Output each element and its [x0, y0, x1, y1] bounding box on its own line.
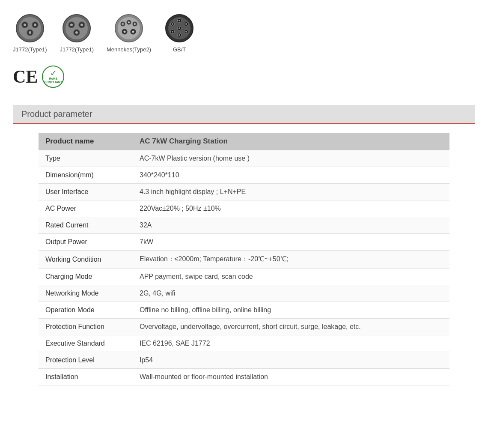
table-row: InstallationWall-mounted or floor-mounte…	[39, 369, 449, 385]
svg-point-39	[185, 31, 187, 33]
row-label: Charging Mode	[39, 269, 133, 285]
param-table: Product name AC 7kW Charging Station Typ…	[39, 133, 449, 385]
svg-point-12	[70, 24, 73, 26]
table-header-row: Product name AC 7kW Charging Station	[39, 133, 449, 150]
svg-point-26	[124, 31, 126, 33]
table-row: Rated Current32A	[39, 217, 449, 234]
row-label: Working Condition	[39, 251, 133, 269]
cert-section: CE ✓ RoHSCOMPLIANT	[13, 66, 475, 88]
table-row: Charging ModeAPP payment, swipe card, sc…	[39, 269, 449, 285]
ce-badge: CE	[13, 68, 38, 86]
row-value: APP payment, swipe card, scan code	[133, 269, 449, 285]
row-value: 32A	[133, 217, 449, 234]
section-header: Product parameter	[13, 105, 475, 124]
svg-point-41	[172, 31, 173, 33]
row-value: IEC 62196, SAE J1772	[133, 335, 449, 352]
svg-point-40	[179, 34, 180, 36]
table-row: Protection FunctionOvervoltage, undervol…	[39, 319, 449, 335]
row-value: 7kW	[133, 234, 449, 251]
svg-point-24	[128, 21, 130, 23]
table-row: Output Power7kW	[39, 234, 449, 251]
row-label: Installation	[39, 369, 133, 385]
row-label: Rated Current	[39, 217, 133, 234]
svg-point-1	[19, 17, 41, 39]
row-value: AC-7kW Plastic version (home use )	[133, 150, 449, 167]
j1772-type1-a-icon	[15, 13, 45, 44]
row-value: 4.3 inch highlight display ; L+N+PE	[133, 184, 449, 200]
gbt-icon	[164, 13, 195, 44]
rohs-check-icon: ✓	[50, 69, 57, 77]
row-label: Protection Function	[39, 319, 133, 335]
row-value: 340*240*110	[133, 167, 449, 184]
table-row: Protection LevelIp54	[39, 352, 449, 369]
svg-point-7	[29, 31, 31, 34]
row-label: Operation Mode	[39, 302, 133, 319]
svg-point-38	[185, 23, 187, 25]
connector-gbt: GB/T	[164, 13, 195, 53]
table-row: Working ConditionElevation：≤2000m; Tempe…	[39, 251, 449, 269]
svg-point-27	[132, 31, 134, 33]
table-row: Executive StandardIEC 62196, SAE J1772	[39, 335, 449, 352]
svg-point-37	[179, 20, 180, 21]
row-value: Overvoltage, undervoltage, overcurrent, …	[133, 319, 449, 335]
table-row: TypeAC-7kW Plastic version (home use )	[39, 150, 449, 167]
rohs-badge: ✓ RoHSCOMPLIANT	[42, 66, 64, 88]
row-value: 220Vac±20% ; 50Hz ±10%	[133, 200, 449, 217]
svg-point-43	[179, 27, 180, 29]
table-row: Dimension(mm)340*240*110	[39, 167, 449, 184]
row-label: Output Power	[39, 234, 133, 251]
svg-point-42	[172, 23, 173, 25]
j1772-type1-b-label: J1772(Type1)	[60, 46, 94, 53]
row-label: Type	[39, 150, 133, 167]
svg-point-5	[34, 24, 36, 26]
row-value: Elevation：≤2000m; Temperature：-20℃~+50℃;	[133, 251, 449, 269]
j1772-type1-b-icon	[61, 13, 92, 44]
rohs-label: RoHSCOMPLIANT	[45, 77, 62, 84]
svg-point-4	[24, 24, 26, 26]
connector-j1772-type1-a: J1772(Type1)	[13, 13, 47, 53]
row-label: Networking Mode	[39, 285, 133, 302]
j1772-type1-a-label: J1772(Type1)	[13, 46, 47, 53]
connectors-section: J1772(Type1) J1772(Type1)	[13, 9, 475, 57]
table-row: Operation ModeOffline no billing, offlin…	[39, 302, 449, 319]
row-label: Protection Level	[39, 352, 133, 369]
row-label: Dimension(mm)	[39, 167, 133, 184]
gbt-label: GB/T	[173, 46, 186, 53]
row-label: Executive Standard	[39, 335, 133, 352]
svg-point-25	[134, 23, 136, 25]
connector-j1772-type1-b: J1772(Type1)	[60, 13, 94, 53]
svg-point-9	[65, 17, 88, 39]
header-value: AC 7kW Charging Station	[133, 133, 449, 150]
section-title: Product parameter	[21, 109, 92, 119]
row-value: Offline no billing, offline billing, onl…	[133, 302, 449, 319]
row-value: Wall-mounted or floor-mounted installati…	[133, 369, 449, 385]
row-label: AC Power	[39, 200, 133, 217]
table-row: Networking Mode2G, 4G, wifi	[39, 285, 449, 302]
row-label: User Interface	[39, 184, 133, 200]
svg-point-15	[75, 31, 78, 34]
mennekes-type2-icon	[113, 13, 144, 44]
mennekes-type2-label: Mennekes(Type2)	[107, 46, 151, 53]
svg-point-23	[122, 23, 124, 25]
svg-point-13	[80, 24, 83, 26]
table-row: AC Power220Vac±20% ; 50Hz ±10%	[39, 200, 449, 217]
connector-mennekes-type2: Mennekes(Type2)	[107, 13, 151, 53]
header-label: Product name	[39, 133, 133, 150]
table-row: User Interface4.3 inch highlight display…	[39, 184, 449, 200]
row-value: Ip54	[133, 352, 449, 369]
row-value: 2G, 4G, wifi	[133, 285, 449, 302]
